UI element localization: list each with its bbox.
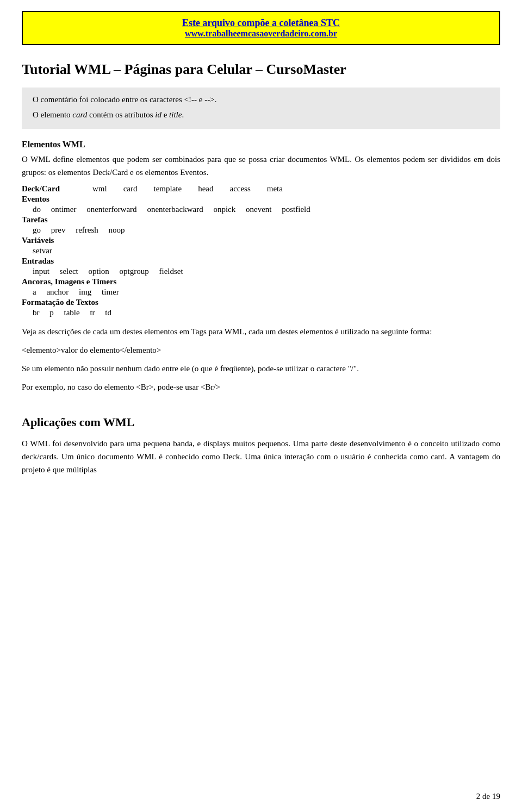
item-td: td [105, 308, 111, 317]
item-br: br [33, 308, 40, 317]
item-head: head [198, 184, 213, 193]
description-line3: Se um elemento não possuir nenhum dado e… [22, 362, 500, 375]
title-dash: – [114, 61, 125, 77]
item-postfield: postfield [282, 205, 310, 214]
formatacao-items-row: br p table tr td [22, 308, 500, 317]
item-fieldset: fieldset [159, 267, 183, 276]
intro-line2: O elemento card contém os atributos id e… [33, 108, 489, 121]
eventos-label: Eventos [22, 195, 87, 204]
item-meta: meta [267, 184, 283, 193]
ancoras-label: Ancoras, Imagens e Timers [22, 277, 141, 286]
item-prev: prev [51, 226, 66, 234]
banner-url: www.trabalheemcasaoverdadeiro.com.br [34, 29, 488, 39]
banner-title: Este arquivo compõe a coletânea STC [34, 17, 488, 29]
item-p: p [49, 308, 54, 317]
page-title: Tutorial WML – Páginas para Celular – Cu… [22, 61, 500, 78]
elementos-wml-title: Elementos WML [22, 140, 500, 149]
ancoras-items-row: a anchor img timer [22, 288, 500, 297]
item-go: go [33, 226, 41, 234]
entradas-items-row: input select option optgroup fieldset [22, 267, 500, 276]
item-onevent: onevent [246, 205, 271, 214]
description-line1: Veja as descrições de cada um destes ele… [22, 325, 500, 338]
category-row-formatacao: Formatação de Textos [22, 298, 500, 307]
item-wml: wml [92, 184, 107, 193]
category-row-tarefas: Tarefas [22, 215, 500, 224]
page-number: 2 de 19 [476, 792, 500, 801]
entradas-label: Entradas [22, 257, 87, 266]
elementos-wml-label: Elementos WML [22, 140, 85, 149]
item-timer: timer [102, 288, 119, 296]
item-table: table [64, 308, 80, 317]
formatacao-label: Formatação de Textos [22, 298, 141, 307]
category-row-eventos: Eventos [22, 195, 500, 204]
item-template: template [153, 184, 182, 193]
variaveis-items-row: setvar [22, 246, 500, 255]
item-a: a [33, 288, 36, 296]
variaveis-label: Variáveis [22, 236, 87, 245]
item-refresh: refresh [76, 226, 98, 234]
item-input: input [33, 267, 49, 276]
page-wrapper: Este arquivo compõe a coletânea STC www.… [0, 0, 522, 812]
item-option: option [89, 267, 109, 276]
item-optgroup: optgroup [120, 267, 149, 276]
category-row-deck: Deck/Card wml card template head access … [22, 184, 500, 193]
header-banner: Este arquivo compõe a coletânea STC www.… [22, 11, 500, 45]
eventos-items-row: do ontimer onenterforward onenterbackwar… [22, 205, 500, 214]
item-select: select [60, 267, 78, 276]
tarefas-label: Tarefas [22, 215, 87, 224]
item-img: img [79, 288, 91, 296]
deck-card-label: Deck/Card [22, 184, 87, 193]
item-noop: noop [109, 226, 125, 234]
item-card: card [123, 184, 138, 193]
aplicacoes-title: Aplicações com WML [22, 415, 500, 429]
gray-intro-section: O comentário foi colocado entre os carac… [22, 88, 500, 129]
intro-line1: O comentário foi colocado entre os carac… [33, 93, 489, 106]
tarefas-items-row: go prev refresh noop [22, 226, 500, 235]
item-onpick: onpick [213, 205, 235, 214]
title-subtitle: Páginas para Celular – CursoMaster [125, 61, 346, 77]
description-line4: Por exemplo, no caso do elemento <Br>, p… [22, 380, 500, 393]
elementos-wml-desc: O WML define elementos que podem ser com… [22, 153, 500, 179]
item-do: do [33, 205, 41, 214]
item-anchor: anchor [46, 288, 69, 296]
deck-card-items: wml card template head access meta [92, 184, 283, 193]
deck-card-section: Deck/Card wml card template head access … [22, 184, 500, 317]
aplicacoes-line1: O WML foi desenvolvido para uma pequena … [22, 437, 500, 476]
item-tr: tr [90, 308, 95, 317]
category-row-ancoras: Ancoras, Imagens e Timers [22, 277, 500, 286]
item-access: access [229, 184, 250, 193]
item-onenterforward: onenterforward [86, 205, 136, 214]
item-setvar: setvar [33, 246, 52, 255]
category-row-entradas: Entradas [22, 257, 500, 266]
title-main: Tutorial WML [22, 61, 110, 77]
category-row-variaveis: Variáveis [22, 236, 500, 245]
item-onenterbackward: onenterbackward [147, 205, 203, 214]
description-line2: <elemento>valor do elemento</elemento> [22, 343, 500, 357]
item-ontimer: ontimer [51, 205, 77, 214]
